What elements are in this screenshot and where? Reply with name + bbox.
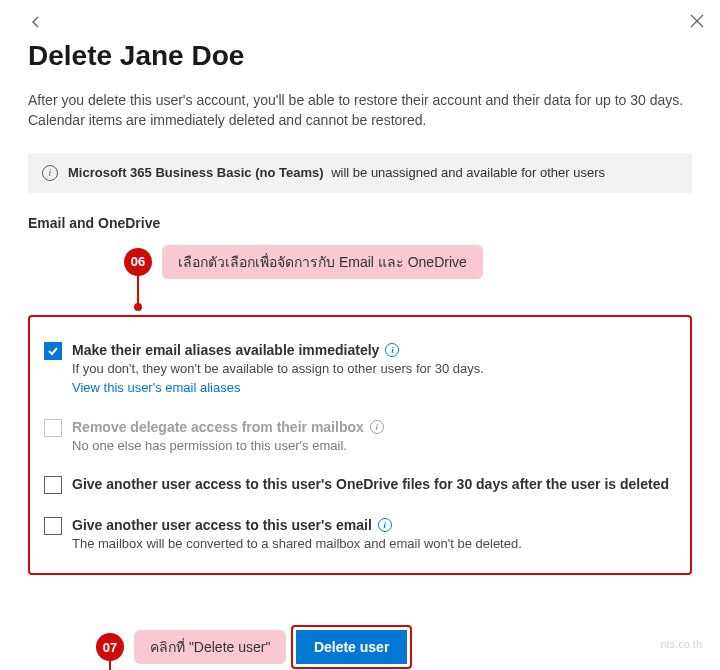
checkbox-email[interactable] bbox=[44, 517, 62, 535]
license-banner: i Microsoft 365 Business Basic (no Teams… bbox=[28, 153, 692, 193]
option-onedrive: Give another user access to this user's … bbox=[44, 475, 676, 494]
lead-text: After you delete this user's account, yo… bbox=[28, 90, 692, 131]
info-icon: i bbox=[42, 165, 58, 181]
delete-user-button[interactable]: Delete user bbox=[296, 630, 407, 664]
option-onedrive-title: Give another user access to this user's … bbox=[72, 476, 669, 492]
callout-text-06: เลือกตัวเลือกเพื่อจัดการกับ Email และ On… bbox=[162, 245, 483, 279]
callout-text-07: คลิกที่ "Delete user" bbox=[134, 630, 286, 664]
option-email-sub: The mailbox will be converted to a share… bbox=[72, 536, 676, 551]
watermark: nts.co.th bbox=[660, 638, 702, 650]
option-delegate: Remove delegate access from their mailbo… bbox=[44, 418, 676, 453]
callout-badge-06: 06 bbox=[124, 248, 152, 276]
banner-text: Microsoft 365 Business Basic (no Teams) … bbox=[68, 165, 605, 180]
section-label: Email and OneDrive bbox=[28, 215, 692, 231]
option-email: Give another user access to this user's … bbox=[44, 516, 676, 551]
option-delegate-sub: No one else has permission to this user'… bbox=[72, 438, 676, 453]
page-title: Delete Jane Doe bbox=[28, 40, 692, 72]
option-delegate-title: Remove delegate access from their mailbo… bbox=[72, 419, 384, 435]
delete-button-highlight: Delete user bbox=[291, 625, 412, 669]
options-group: Make their email aliases available immed… bbox=[28, 315, 692, 575]
option-aliases-title: Make their email aliases available immed… bbox=[72, 342, 399, 358]
option-aliases: Make their email aliases available immed… bbox=[44, 341, 676, 396]
info-icon[interactable]: i bbox=[385, 343, 399, 357]
option-aliases-sub: If you don't, they won't be available to… bbox=[72, 361, 676, 376]
info-icon[interactable]: i bbox=[378, 518, 392, 532]
info-icon: i bbox=[370, 420, 384, 434]
option-email-title: Give another user access to this user's … bbox=[72, 517, 392, 533]
callout-06: 06 เลือกตัวเลือกเพื่อจัดการกับ Email และ… bbox=[124, 245, 483, 279]
callout-badge-07: 07 bbox=[96, 633, 124, 661]
checkbox-aliases[interactable] bbox=[44, 342, 62, 360]
callout-07: 07 คลิกที่ "Delete user" bbox=[96, 630, 286, 664]
back-button[interactable] bbox=[28, 14, 44, 34]
close-button[interactable] bbox=[690, 10, 704, 33]
checkbox-onedrive[interactable] bbox=[44, 476, 62, 494]
checkbox-delegate bbox=[44, 419, 62, 437]
view-aliases-link[interactable]: View this user's email aliases bbox=[72, 380, 240, 395]
